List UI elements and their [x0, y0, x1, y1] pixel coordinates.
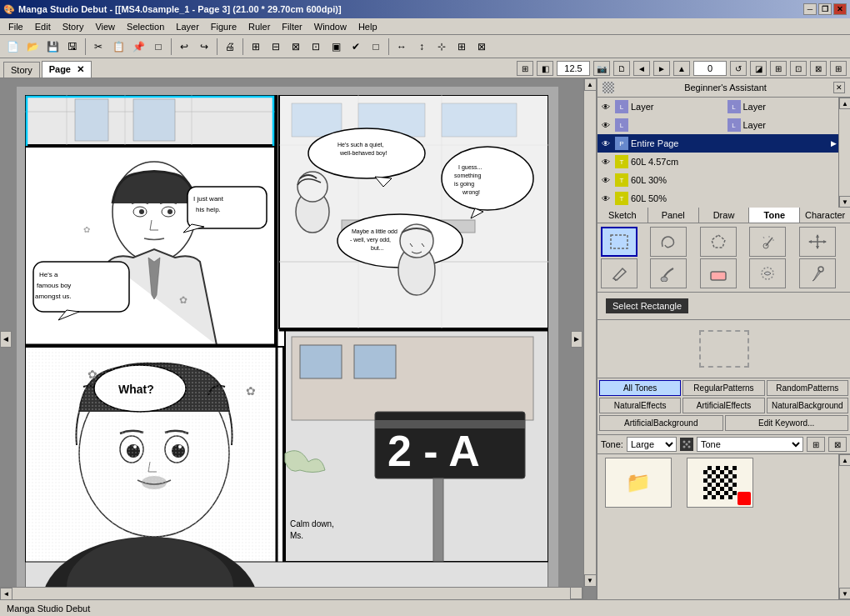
tab-sketch[interactable]: Sketch: [598, 208, 648, 223]
toolbar-t7[interactable]: □: [367, 38, 385, 56]
tone-preview-scroll-track[interactable]: [839, 466, 850, 588]
layer-eye-6[interactable]: 👁: [599, 192, 612, 205]
tone-action-1[interactable]: ⊞: [807, 437, 825, 452]
tone-tool-polygon[interactable]: [700, 227, 737, 257]
toolbar-t2[interactable]: ⊟: [267, 38, 285, 56]
tab-character[interactable]: Character: [800, 208, 850, 223]
layer-eye-2[interactable]: 👁: [599, 118, 612, 132]
toolbar-redo[interactable]: ↪: [195, 38, 213, 56]
tab-ctrl-arrow-left[interactable]: ◄: [633, 61, 650, 76]
layer-row-2[interactable]: 👁 L L Layer: [598, 116, 838, 134]
layer-scroll-up[interactable]: ▲: [839, 98, 850, 109]
toolbar-copy[interactable]: 📋: [109, 38, 128, 56]
menu-figure[interactable]: Figure: [206, 20, 242, 33]
layer-eye-3[interactable]: 👁: [599, 137, 612, 150]
tab-ctrl-up[interactable]: ▲: [673, 61, 690, 76]
toolbar-t4[interactable]: ⊡: [307, 38, 325, 56]
tab-ctrl-2[interactable]: ◧: [537, 61, 553, 76]
tone-cat-natural[interactable]: NaturalEffects: [599, 398, 681, 413]
menu-help[interactable]: Help: [353, 20, 382, 33]
left-nav-arrow[interactable]: ◄: [0, 331, 12, 348]
tone-cat-artificial[interactable]: ArtificialEffects: [682, 398, 764, 413]
tone-size-select[interactable]: Large Small Medium: [627, 437, 677, 452]
menu-layer[interactable]: Layer: [171, 20, 204, 33]
menu-filter[interactable]: Filter: [277, 20, 307, 33]
tab-ctrl-1[interactable]: ⊞: [517, 61, 533, 76]
tone-preview-scroll-down[interactable]: ▼: [839, 588, 850, 599]
tone-cat-all[interactable]: All Tones: [599, 380, 681, 396]
tone-tool-select-rect[interactable]: [601, 227, 638, 257]
layer-scroll-down[interactable]: ▼: [839, 196, 850, 208]
tone-preview-checker[interactable]: [682, 458, 758, 524]
tone-tool-lasso[interactable]: [650, 227, 687, 257]
tone-name-select[interactable]: Tone: [697, 437, 803, 452]
tab-ctrl-arrow-right[interactable]: ►: [653, 61, 670, 76]
rotation-input[interactable]: [693, 61, 727, 76]
layer-row-6[interactable]: 👁 T 60L 50%: [598, 189, 838, 208]
toolbar-undo[interactable]: ↩: [175, 38, 193, 56]
tone-cat-natbg[interactable]: NaturalBackground: [767, 398, 848, 413]
toolbar-t12[interactable]: ⊠: [472, 38, 491, 56]
tone-tool-magic-wand[interactable]: [749, 227, 786, 257]
assistant-close-btn[interactable]: ✕: [833, 82, 845, 93]
zoom-input[interactable]: [557, 61, 590, 76]
tone-cat-random[interactable]: RandomPatterns: [767, 380, 848, 396]
tab-ctrl-r2[interactable]: ◪: [750, 61, 767, 76]
toolbar-t8[interactable]: ↔: [392, 38, 411, 56]
minimize-button[interactable]: ─: [803, 3, 817, 15]
canvas-area[interactable]: ◄ ►: [0, 78, 596, 599]
tab-tone[interactable]: Tone: [749, 208, 800, 223]
tone-preview-scrollbar[interactable]: ▲ ▼: [838, 454, 850, 599]
toolbar-save[interactable]: 💾: [43, 38, 62, 56]
toolbar-cut[interactable]: ✂: [89, 38, 108, 56]
tone-cat-artbg[interactable]: ArtificialBackground: [599, 415, 723, 431]
toolbar-new[interactable]: 📄: [3, 38, 22, 56]
close-button[interactable]: ✕: [833, 3, 847, 15]
toolbar-t9[interactable]: ↕: [412, 38, 431, 56]
tab-ctrl-img2[interactable]: 🗋: [613, 61, 630, 76]
toolbar-open[interactable]: 📂: [23, 38, 42, 56]
toolbar-t6[interactable]: ✔: [347, 38, 365, 56]
toolbar-t11[interactable]: ⊞: [452, 38, 471, 56]
right-nav-arrow[interactable]: ►: [571, 331, 582, 348]
menu-selection[interactable]: Selection: [122, 20, 169, 33]
toolbar-paste[interactable]: 📌: [129, 38, 148, 56]
layer-row-3[interactable]: 👁 P Entire Page ▶: [598, 134, 838, 153]
menu-edit[interactable]: Edit: [30, 20, 56, 33]
tab-ctrl-r4[interactable]: ⊡: [790, 61, 807, 76]
layer-row-5[interactable]: 👁 T 60L 30%: [598, 171, 838, 189]
layer-row-1[interactable]: 👁 L Layer L Layer: [598, 98, 838, 116]
menu-ruler[interactable]: Ruler: [243, 20, 275, 33]
layer-scrollbar[interactable]: ▲ ▼: [838, 98, 850, 208]
menu-view[interactable]: View: [90, 20, 120, 33]
layer-row-4[interactable]: 👁 T 60L 4.57cm: [598, 153, 838, 171]
menu-window[interactable]: Window: [309, 20, 352, 33]
layer-eye-5[interactable]: 👁: [599, 173, 612, 187]
tab-page-close[interactable]: ✕: [77, 64, 84, 74]
toolbar-t5[interactable]: ▣: [327, 38, 345, 56]
tab-page[interactable]: Page ✕: [42, 61, 92, 78]
toolbar-save2[interactable]: 🖫: [63, 38, 82, 56]
scroll-up-btn[interactable]: ▲: [584, 78, 597, 91]
tab-draw[interactable]: Draw: [699, 208, 750, 223]
restore-button[interactable]: ❐: [818, 3, 832, 15]
tone-preview-scroll-up[interactable]: ▲: [839, 454, 850, 466]
tone-preview-folder[interactable]: 📁: [601, 458, 676, 524]
scroll-left-btn[interactable]: ◄: [0, 588, 12, 600]
tone-tool-pen[interactable]: [601, 258, 638, 288]
tab-ctrl-r6[interactable]: ⊞: [830, 61, 847, 76]
tone-cat-regular[interactable]: RegularPatterns: [682, 380, 764, 396]
tab-panel[interactable]: Panel: [648, 208, 699, 223]
tab-ctrl-r3[interactable]: ⊞: [770, 61, 787, 76]
tone-tool-eyedropper[interactable]: [799, 258, 836, 288]
menu-file[interactable]: File: [3, 20, 28, 33]
tab-ctrl-img1[interactable]: 📷: [593, 61, 610, 76]
layer-eye-1[interactable]: 👁: [599, 100, 612, 113]
tab-ctrl-r1[interactable]: ↺: [730, 61, 747, 76]
tone-tool-brush[interactable]: [650, 258, 687, 288]
menu-story[interactable]: Story: [58, 20, 89, 33]
tab-story[interactable]: Story: [3, 62, 40, 78]
layer-scroll-track[interactable]: [839, 109, 850, 196]
toolbar-print[interactable]: 🖨: [221, 38, 239, 56]
toolbar-t1[interactable]: ⊞: [247, 38, 265, 56]
